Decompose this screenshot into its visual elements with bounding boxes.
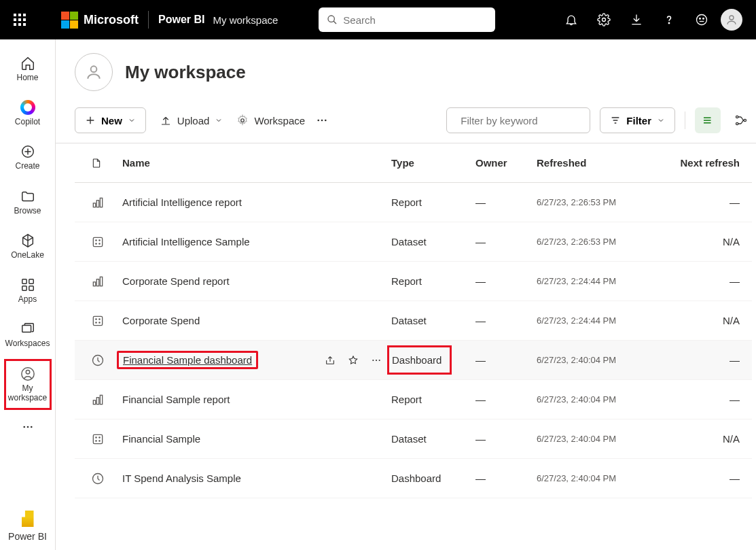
nav-browse-label: Browse (14, 207, 41, 216)
svg-point-55 (96, 440, 96, 441)
row-name[interactable]: Financial Sample report (122, 394, 391, 405)
svg-point-36 (99, 243, 100, 243)
nav-browse[interactable]: Browse (4, 182, 52, 222)
col-icon-header[interactable] (75, 157, 122, 169)
table-row[interactable]: Corporate Spend Dataset — 6/27/23, 2:24:… (75, 301, 752, 341)
row-refreshed: 6/27/23, 2:26:53 PM (537, 197, 659, 207)
share-icon[interactable] (325, 355, 336, 366)
row-type: Dataset (391, 433, 475, 445)
svg-rect-12 (29, 286, 33, 290)
row-next-refresh: — (659, 196, 752, 208)
product-label[interactable]: Power BI (158, 14, 204, 26)
search-input[interactable] (343, 14, 487, 26)
col-name-header[interactable]: Name (122, 157, 391, 169)
table-row[interactable]: Financial Sample Dataset — 6/27/23, 2:40… (75, 419, 752, 459)
svg-point-19 (91, 66, 97, 72)
star-icon[interactable] (348, 355, 359, 366)
row-owner: — (475, 315, 537, 326)
global-search[interactable] (319, 7, 495, 32)
row-refreshed: 6/27/23, 2:24:44 PM (537, 315, 659, 326)
row-name[interactable]: Corporate Spend report (122, 275, 391, 287)
lineage-view-button[interactable] (730, 109, 752, 131)
workspace-settings-button[interactable]: Workspace (236, 114, 305, 126)
nav-more-icon[interactable] (14, 417, 41, 437)
row-name[interactable]: Financial Sample dashboard (122, 351, 391, 369)
content-table: Name Type Owner Refreshed Next refresh A… (75, 143, 752, 498)
table-row[interactable]: Financial Sample report Report — 6/27/23… (75, 380, 752, 419)
download-icon[interactable] (623, 6, 650, 33)
row-name[interactable]: Artificial Intelligence Sample (122, 236, 391, 247)
nav-apps-label: Apps (18, 295, 37, 304)
upload-label: Upload (177, 115, 210, 126)
breadcrumb[interactable]: My workspace (213, 14, 278, 26)
nav-footer[interactable]: Power BI (8, 511, 47, 542)
upload-button[interactable]: Upload (160, 114, 223, 126)
separator (685, 111, 685, 129)
nav-workspaces-label: Workspaces (5, 339, 50, 348)
feedback-icon[interactable] (688, 6, 715, 33)
svg-point-0 (328, 16, 334, 22)
row-type-icon (75, 314, 122, 328)
nav-create[interactable]: Create (4, 137, 52, 177)
svg-line-1 (334, 21, 336, 24)
table-row[interactable]: Artificial Intelligence Sample Dataset —… (75, 222, 752, 262)
svg-point-20 (241, 119, 245, 122)
row-name[interactable]: IT Spend Analysis Sample (122, 472, 391, 484)
notifications-icon[interactable] (558, 6, 585, 33)
col-next-header[interactable]: Next refresh (659, 157, 752, 169)
nav-apps[interactable]: Apps (4, 271, 52, 311)
row-refreshed: 6/27/23, 2:40:04 PM (537, 394, 659, 405)
row-next-refresh: — (659, 394, 752, 405)
row-name[interactable]: Corporate Spend (122, 315, 391, 326)
filter-button[interactable]: Filter (600, 107, 675, 133)
search-icon (327, 14, 338, 25)
svg-point-26 (736, 116, 738, 118)
more-icon[interactable] (371, 355, 382, 366)
nav-onelake-label: OneLake (11, 251, 44, 260)
new-button[interactable]: New (75, 107, 146, 133)
list-view-button[interactable] (695, 107, 721, 133)
nav-workspaces[interactable]: Workspaces (4, 315, 52, 355)
row-owner: — (475, 394, 537, 405)
table-row[interactable]: Financial Sample dashboard Dashboard — 6… (75, 341, 752, 380)
nav-home[interactable]: Home (4, 49, 52, 89)
col-refreshed-header[interactable]: Refreshed (537, 157, 659, 169)
table-row[interactable]: Artificial Intelligence report Report — … (75, 183, 752, 222)
table-row[interactable]: Corporate Spend report Report — 6/27/23,… (75, 262, 752, 301)
help-icon[interactable] (655, 6, 683, 33)
toolbar-more-icon[interactable] (316, 114, 328, 126)
nav-my-workspace[interactable]: My workspace (4, 359, 52, 409)
chevron-down-icon (215, 116, 223, 124)
row-type: Dataset (391, 236, 475, 247)
row-refreshed: 6/27/23, 2:40:04 PM (537, 473, 659, 483)
user-avatar[interactable] (721, 9, 742, 31)
microsoft-logo[interactable]: Microsoft (61, 12, 139, 29)
plus-icon (85, 115, 96, 126)
col-type-header[interactable]: Type (391, 157, 475, 169)
svg-rect-38 (96, 279, 98, 286)
row-next-refresh: N/A (659, 315, 752, 326)
row-name[interactable]: Artificial Intelligence report (122, 196, 391, 208)
svg-rect-51 (100, 395, 102, 404)
svg-point-35 (96, 243, 96, 243)
settings-icon[interactable] (590, 6, 617, 33)
row-type-icon (75, 393, 122, 407)
row-type-icon (75, 196, 122, 209)
app-launcher-icon[interactable] (5, 5, 34, 34)
row-owner: — (475, 236, 537, 247)
nav-my-workspace-label: My workspace (7, 384, 48, 402)
table-row[interactable]: IT Spend Analysis Sample Dashboard — 6/2… (75, 459, 752, 498)
svg-rect-31 (100, 198, 102, 207)
divider (148, 11, 149, 29)
new-button-label: New (101, 115, 122, 126)
svg-point-43 (96, 322, 96, 322)
svg-rect-11 (22, 286, 26, 290)
row-name[interactable]: Financial Sample (122, 433, 391, 445)
nav-copilot[interactable]: Copilot (4, 93, 52, 133)
nav-onelake[interactable]: OneLake (4, 226, 52, 267)
svg-point-46 (372, 359, 374, 360)
filter-keyword-input[interactable] (461, 115, 590, 126)
svg-rect-32 (93, 237, 102, 246)
col-owner-header[interactable]: Owner (475, 157, 537, 169)
row-next-refresh: — (659, 275, 752, 287)
